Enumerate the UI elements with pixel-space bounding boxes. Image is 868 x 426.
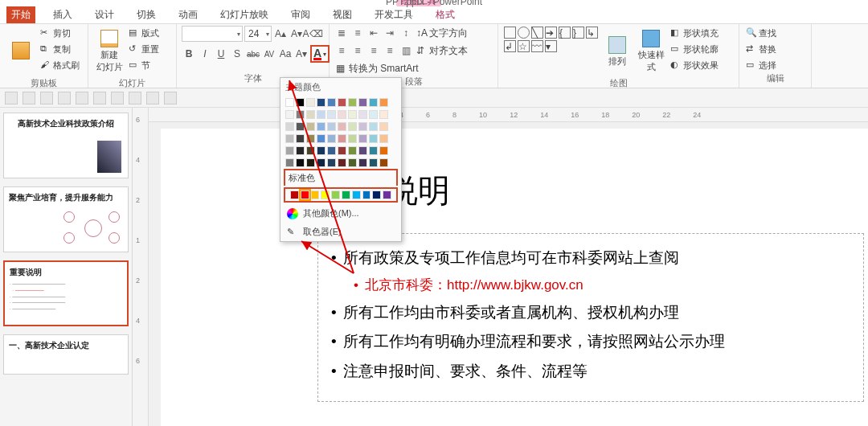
color-swatch[interactable] [290, 190, 299, 199]
tab-format[interactable]: 格式 [431, 6, 460, 23]
color-swatch[interactable] [317, 98, 326, 107]
color-swatch[interactable] [306, 98, 315, 107]
cut-button[interactable]: ✂剪切 [39, 26, 81, 40]
italic-button[interactable]: I [198, 47, 212, 61]
font-size-combo[interactable]: 24▾ [244, 26, 272, 42]
tab-slideshow[interactable]: 幻灯片放映 [215, 6, 273, 23]
tab-developer[interactable]: 开发工具 [370, 6, 418, 23]
bullet-item[interactable]: 所有政策及专项工作信息均可在市科委网站上查阅 [331, 244, 850, 272]
bullets-button[interactable]: ≣ [334, 26, 349, 40]
align-center-button[interactable]: ≡ [350, 43, 365, 58]
color-swatch[interactable] [348, 98, 357, 107]
highlight-button[interactable]: A▾ [294, 47, 309, 61]
slide-thumb-1[interactable]: 高新技术企业科技政策介绍 [3, 113, 129, 178]
tab-transitions[interactable]: 切换 [132, 6, 161, 23]
tab-design[interactable]: 设计 [90, 6, 119, 23]
tab-review[interactable]: 审阅 [286, 6, 315, 23]
color-swatch[interactable] [327, 98, 336, 107]
bold-button[interactable]: B [182, 47, 196, 61]
slide-thumb-3[interactable]: 重要说明 · ——————————— · ——————· ———————————… [3, 260, 129, 326]
qat-3[interactable] [40, 92, 53, 104]
bullet-sub-item[interactable]: 北京市科委：http://www.bjkw.gov.cn [331, 272, 850, 298]
shrink-font-button[interactable]: A▾ [289, 27, 304, 41]
format-painter-button[interactable]: 🖌格式刷 [39, 58, 81, 72]
slide-thumb-2[interactable]: 聚焦产业培育，提升服务能力 [3, 186, 129, 252]
copy-button[interactable]: ⧉复制 [39, 42, 81, 56]
qat-5[interactable] [76, 92, 88, 104]
indent-inc-button[interactable]: ⇥ [383, 26, 397, 40]
tab-view[interactable]: 视图 [328, 6, 357, 23]
color-swatch-red[interactable] [301, 190, 309, 199]
color-swatch[interactable] [369, 98, 378, 107]
color-swatch[interactable] [379, 98, 388, 107]
indent-dec-button[interactable]: ⇤ [366, 26, 381, 40]
eyedropper-menuitem[interactable]: ✎ 取色器(E) [280, 223, 401, 241]
section-button[interactable]: ▭节 [127, 58, 161, 72]
text-placeholder[interactable]: 所有政策及专项工作信息均可在市科委网站上查阅 北京市科委：http://www.… [317, 233, 864, 402]
shadow-button[interactable]: S [230, 47, 244, 61]
shape-outline-button[interactable]: ▭形状轮廓 [669, 42, 720, 56]
color-swatch[interactable] [296, 98, 305, 107]
justify-button[interactable]: ≡ [383, 43, 397, 58]
qat-9[interactable] [146, 92, 159, 104]
numbering-button[interactable]: ≡ [350, 26, 365, 40]
font-family-combo[interactable]: ▾ [182, 26, 243, 42]
align-left-button[interactable]: ≡ [334, 43, 349, 58]
slide-canvas[interactable]: 说明 所有政策及专项工作信息均可在市科委网站上查阅 北京市科委：http://w… [161, 129, 868, 426]
effects-icon: ◐ [670, 59, 682, 71]
change-case-button[interactable]: Aa [278, 47, 293, 61]
char-spacing-button[interactable]: AV [262, 47, 276, 61]
color-swatch[interactable] [362, 190, 371, 199]
tab-insert[interactable]: 插入 [48, 6, 77, 23]
tab-animations[interactable]: 动画 [174, 6, 203, 23]
color-swatch[interactable] [285, 98, 294, 107]
qat-1[interactable] [5, 92, 18, 104]
color-swatch[interactable] [311, 190, 320, 199]
reset-button[interactable]: ↺重置 [127, 42, 161, 56]
shape-effects-button[interactable]: ◐形状效果 [669, 58, 720, 72]
text-direction-button[interactable]: ↕A文字方向 [415, 26, 469, 40]
line-spacing-button[interactable]: ↕ [399, 26, 413, 40]
color-swatch[interactable] [352, 190, 361, 199]
eyedropper-icon: ✎ [287, 227, 298, 238]
quick-styles-button[interactable]: 快速样式 [635, 26, 667, 77]
color-swatch[interactable] [342, 190, 350, 199]
strike-button[interactable]: abc [246, 47, 260, 61]
grow-font-button[interactable]: A▴ [273, 27, 288, 41]
align-right-button[interactable]: ≡ [366, 43, 381, 58]
qat-7[interactable] [111, 92, 124, 104]
shapes-gallery[interactable]: ╲ ➔ { } ↳ ↲ ☆ 〰 ▾ [503, 26, 600, 53]
underline-button[interactable]: U [214, 47, 228, 61]
bullet-item[interactable]: 所有工作均有明确办理流程和要求，请按照网站公示办理 [331, 327, 850, 356]
find-button[interactable]: 🔍查找 [744, 26, 778, 40]
slide-thumb-4[interactable]: 一、高新技术企业认定 [3, 334, 129, 375]
qat-2[interactable] [23, 92, 35, 104]
qat-4[interactable] [58, 92, 71, 104]
color-swatch[interactable] [372, 190, 381, 199]
align-text-button[interactable]: ⇵对齐文本 [415, 43, 469, 58]
color-swatch[interactable] [358, 98, 367, 107]
qat-10[interactable] [164, 92, 177, 104]
paste-button[interactable] [5, 26, 37, 77]
color-swatch[interactable] [321, 190, 330, 199]
select-button[interactable]: ▭选择 [744, 58, 778, 72]
shape-fill-button[interactable]: ◧形状填充 [669, 26, 720, 40]
font-color-button[interactable]: A▾ [310, 45, 330, 63]
replace-button[interactable]: ⇄替换 [744, 42, 778, 56]
qat-8[interactable] [129, 92, 141, 104]
bullet-item[interactable]: 注意申报时间、要求、条件、流程等 [331, 357, 850, 386]
bullet-item[interactable]: 所有工作均由市科委或者直属机构、授权机构办理 [331, 298, 850, 327]
color-swatch[interactable] [338, 98, 346, 107]
more-colors-menuitem[interactable]: 其他颜色(M)... [280, 204, 401, 223]
layout-button[interactable]: ▤版式 [127, 26, 161, 40]
tab-home[interactable]: 开始 [6, 6, 35, 23]
color-swatch[interactable] [331, 190, 340, 199]
clear-format-button[interactable]: A⌫ [305, 27, 320, 41]
qat-6[interactable] [93, 92, 106, 104]
color-swatch[interactable] [383, 190, 391, 199]
smartart-button[interactable]: ▦转换为 SmartArt [334, 61, 420, 76]
columns-button[interactable]: ▥ [399, 43, 413, 58]
thumbnail-pane[interactable]: 高新技术企业科技政策介绍 聚焦产业培育，提升服务能力 重要说明 · ——————… [0, 108, 133, 426]
arrange-button[interactable]: 排列 [601, 26, 633, 77]
new-slide-button[interactable]: 新建 幻灯片 [93, 26, 125, 77]
